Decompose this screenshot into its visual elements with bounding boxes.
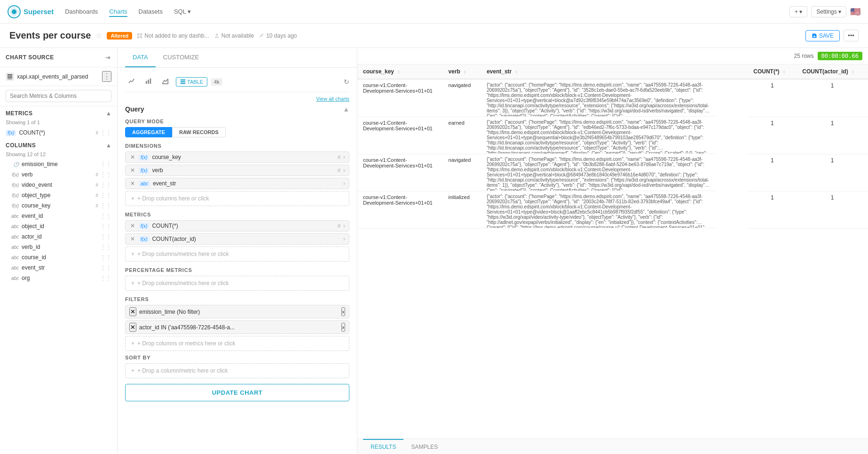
area-chart-btn[interactable] [159,75,172,88]
metrics-drop-zone[interactable]: + + Drop columns/metrics here or click [125,247,349,262]
remove-verb-btn[interactable]: ✕ [129,167,136,174]
metrics-toggle-btn[interactable]: ▲ [106,110,111,117]
results-table: course_key ↕ verb ↕ event_str ↕ COUNT(*)… [357,64,868,229]
col-drag-handle[interactable]: ⋮⋮ [100,244,111,250]
dim-expand-btn[interactable]: › [343,167,345,174]
language-flag[interactable]: 🇺🇸 [850,7,860,17]
th-course-key[interactable]: course_key ↕ [357,64,443,79]
col-drag-handle[interactable]: ⋮⋮ [100,213,111,219]
drop-zone-text: + Drop columns/metrics here or click [137,280,229,287]
nav-datasets[interactable]: Datasets [139,6,163,17]
dim-expand-btn[interactable]: › [343,154,345,160]
columns-toggle-btn[interactable]: ▲ [106,142,111,149]
nav-dashboards[interactable]: Dashboards [65,6,98,17]
remove-event-str-btn[interactable]: ✕ [129,180,136,187]
filters-drop-zone[interactable]: + + Drop columns or metrics here or clic… [125,336,349,351]
raw-records-mode-btn[interactable]: RAW RECORDS [172,127,226,137]
drop-zone-plus: + [131,340,134,347]
svg-rect-12 [150,79,151,84]
th-event-str[interactable]: event_str ↕ [481,64,748,79]
col-drag-handle[interactable]: ⋮⋮ [100,202,111,209]
chart-type-row: TABLE 4k ↻ [125,73,349,92]
svg-rect-10 [146,81,147,84]
col-drag-handle[interactable]: ⋮⋮ [100,254,111,261]
bar-chart-btn[interactable] [142,75,155,88]
svg-rect-5 [140,36,142,38]
add-button[interactable]: + ▾ [789,6,807,17]
remove-count-star-btn[interactable]: ✕ [129,223,136,229]
metric-drag-handle[interactable]: ⋮⋮ [100,129,111,136]
modified-meta-text: 10 days ago [266,32,297,39]
th-count-star[interactable]: COUNT(*) ↕ [748,64,797,79]
metric-type-icon: f(x) [139,236,149,242]
remove-filter-actor-btn[interactable]: ✕ [129,323,136,332]
favorite-star[interactable]: ☆ [95,31,102,40]
more-options-button[interactable]: ••• [844,30,859,41]
query-section-title: Query [125,105,144,113]
remove-course-key-btn[interactable]: ✕ [129,154,136,160]
cell-verb: navigated [443,79,481,117]
th-count-actor[interactable]: COUNT(actor_id) ↕ [797,64,868,79]
col-drag-handle[interactable]: ⋮⋮ [100,264,111,271]
owner-meta: Not available [214,32,254,39]
search-box [0,86,117,106]
aggregate-mode-btn[interactable]: AGGREGATE [125,127,172,137]
modified-meta: 10 days ago [259,32,297,39]
col-hash-icon: # [95,172,98,177]
sidebar-expand-btn[interactable]: ⇥ [104,53,111,62]
datasource-more-btn[interactable]: ⋮ [102,71,111,82]
col-type-icon: abc [6,234,19,239]
svg-rect-3 [140,33,142,35]
column-event-str: abcevent_str ⋮⋮ [0,263,117,273]
view-all-charts[interactable]: View all charts [125,96,349,102]
dim-expand-btn[interactable]: › [343,180,345,187]
query-collapse-btn[interactable]: ▲ [343,105,349,113]
results-tab-btn[interactable]: RESULTS [363,439,403,454]
refresh-btn[interactable]: ↻ [344,78,349,86]
col-type-icon: abc [6,214,19,219]
tab-data[interactable]: DATA [125,48,156,67]
table-chart-btn[interactable]: TABLE [176,77,207,87]
table-header-row: 25 rows 00:00:00.66 [357,48,868,64]
svg-rect-4 [137,36,140,38]
data-table[interactable]: course_key ↕ verb ↕ event_str ↕ COUNT(*)… [357,64,868,438]
settings-button[interactable]: Settings ▾ [811,6,846,17]
metric-hash-icon: # [338,223,340,229]
search-metrics-input[interactable] [6,90,111,102]
nav-sql[interactable]: SQL ▾ [174,6,191,17]
col-drag-handle[interactable]: ⋮⋮ [100,223,111,230]
metric-expand-btn[interactable]: › [343,223,345,229]
update-chart-button[interactable]: UPDATE CHART [125,384,349,401]
save-button[interactable]: SAVE [805,30,840,41]
col-drag-handle[interactable]: ⋮⋮ [100,182,111,188]
col-type-icon: abc [6,255,19,260]
col-drag-handle[interactable]: ⋮⋮ [100,161,111,167]
filter-expand-btn[interactable]: › [341,307,345,316]
page-header: Events per course ☆ Altered Not added to… [0,24,868,48]
col-drag-handle[interactable]: ⋮⋮ [100,171,111,178]
line-chart-btn[interactable] [125,75,138,88]
status-badge: Altered [107,32,132,40]
th-verb[interactable]: verb ↕ [443,64,481,79]
samples-tab-btn[interactable]: SAMPLES [403,439,445,454]
remove-filter-emission-btn[interactable]: ✕ [129,307,136,316]
col-drag-handle[interactable]: ⋮⋮ [100,233,111,240]
col-drag-handle[interactable]: ⋮⋮ [100,192,111,199]
nav-charts[interactable]: Charts [109,6,127,17]
filter-expand-btn[interactable]: › [341,323,345,332]
dimensions-drop-zone[interactable]: + + Drop columns here or click [125,191,349,206]
datasource-info: xapi.xapi_events_all_parsed [6,72,88,81]
percentage-metrics-label: PERCENTAGE METRICS [125,267,349,273]
tab-customize[interactable]: CUSTOMIZE [156,48,206,67]
remove-count-actor-btn[interactable]: ✕ [129,236,136,242]
percentage-metrics-drop-zone[interactable]: + + Drop columns/metrics here or click [125,276,349,291]
query-mode-row: AGGREGATE RAW RECORDS [125,127,349,137]
metric-expand-btn[interactable]: › [343,236,345,242]
dim-hash-icon: # [338,154,340,160]
col-drag-handle[interactable]: ⋮⋮ [100,275,111,281]
table-row: course-v1:Content-Development-Services+0… [357,154,868,191]
drop-zone-plus: + [131,280,134,287]
svg-rect-7 [8,74,13,75]
sort-drop-zone[interactable]: + + Drop a column/metric here or click [125,363,349,378]
query-timer: 00:00:00.66 [818,52,862,60]
